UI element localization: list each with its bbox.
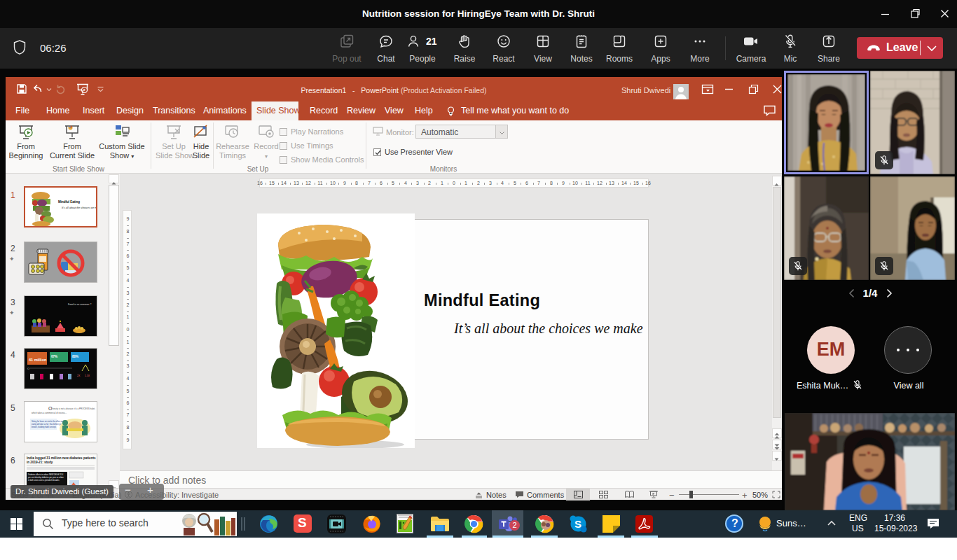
svg-text:which takes a commercial of ex: which takes a commercial of excess... xyxy=(32,412,67,414)
svg-text:Food is so common ?: Food is so common ? xyxy=(68,303,92,306)
svg-text:1.5X: 1.5X xyxy=(85,374,90,377)
svg-text:Mindful Eating: Mindful Eating xyxy=(58,200,80,204)
svg-text:S: S xyxy=(574,518,581,530)
svg-text:eating will take us far; thus: eating will take us far; thus before you xyxy=(32,423,62,426)
svg-text:O: O xyxy=(27,367,29,370)
svg-text:67%: 67% xyxy=(51,355,57,358)
svg-text:besity is not a disease; it's: besity is not a disease; it's a PROCESS … xyxy=(53,407,95,410)
svg-text:Diabetes affects in urban: NEW: Diabetes affects in urban: NEW DELHI 31.… xyxy=(28,473,64,476)
svg-text:80%: 80% xyxy=(72,355,78,358)
svg-text:2X: 2X xyxy=(77,374,81,377)
svg-text:Sitting for hours on end in th: Sitting for hours on end in the office a… xyxy=(32,420,64,423)
svg-text:per cent develop diabetes per: per cent develop diabetes per year as ur… xyxy=(28,476,64,479)
svg-text:know it, building habit concep: know it, building habit concept. xyxy=(32,426,57,428)
svg-text:It's all about the choices we: It's all about the choices we make xyxy=(62,206,97,209)
svg-text:41 million: 41 million xyxy=(29,358,47,362)
svg-text:in both sexes over a period of: in both sexes over a period of decades xyxy=(28,479,60,482)
svg-text:in 2019-21: study: in 2019-21: study xyxy=(27,461,53,464)
svg-text:India logged 31 million new di: India logged 31 million new diabetes pat… xyxy=(27,456,96,460)
